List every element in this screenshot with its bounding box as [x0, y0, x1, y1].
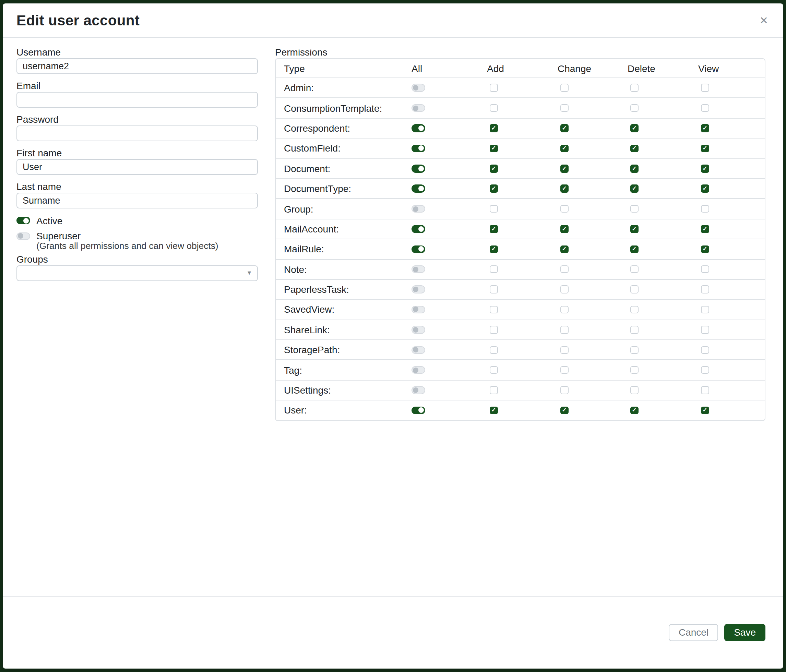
permission-view-checkbox[interactable]: ✓	[701, 406, 709, 414]
permission-change-checkbox[interactable]: ✓	[560, 225, 568, 233]
permission-view-checkbox[interactable]	[701, 104, 709, 112]
permission-delete-checkbox[interactable]: ✓	[630, 165, 638, 173]
permission-change-checkbox[interactable]	[560, 326, 568, 334]
permission-delete-checkbox[interactable]	[630, 265, 638, 273]
email-field[interactable]	[16, 91, 258, 107]
permission-add-checkbox[interactable]	[490, 386, 498, 394]
permission-add-checkbox[interactable]: ✓	[490, 185, 498, 193]
permission-add-checkbox[interactable]	[490, 104, 498, 112]
permission-change-checkbox[interactable]	[560, 84, 568, 92]
permission-delete-checkbox[interactable]	[630, 386, 638, 394]
active-toggle[interactable]	[16, 217, 30, 225]
permission-row: Admin:	[276, 77, 765, 98]
permission-all-toggle[interactable]	[412, 205, 425, 213]
permission-all-toggle[interactable]	[412, 386, 425, 394]
superuser-toggle[interactable]	[16, 232, 30, 240]
permission-view-checkbox[interactable]	[701, 205, 709, 213]
permission-delete-checkbox[interactable]: ✓	[630, 185, 638, 193]
permission-change-checkbox[interactable]: ✓	[560, 165, 568, 173]
password-field[interactable]	[16, 125, 258, 141]
permission-view-checkbox[interactable]	[701, 346, 709, 354]
permission-delete-checkbox[interactable]	[630, 346, 638, 354]
permission-change-checkbox[interactable]	[560, 306, 568, 313]
permission-all-toggle[interactable]	[412, 165, 425, 173]
permission-delete-checkbox[interactable]	[630, 205, 638, 213]
permission-add-checkbox[interactable]	[490, 286, 498, 294]
permission-view-checkbox[interactable]	[701, 326, 709, 334]
permission-add-checkbox[interactable]: ✓	[490, 165, 498, 173]
permission-view-checkbox[interactable]: ✓	[701, 245, 709, 253]
permission-delete-checkbox[interactable]: ✓	[630, 225, 638, 233]
permission-add-checkbox[interactable]	[490, 346, 498, 354]
permission-change-checkbox[interactable]: ✓	[560, 144, 568, 152]
permission-delete-checkbox[interactable]: ✓	[630, 406, 638, 414]
permission-delete-checkbox[interactable]	[630, 366, 638, 374]
toggle-knob	[413, 85, 418, 91]
permission-change-checkbox[interactable]	[560, 386, 568, 394]
permission-change-checkbox[interactable]	[560, 366, 568, 374]
permission-delete-checkbox[interactable]: ✓	[630, 144, 638, 152]
permission-delete-checkbox[interactable]	[630, 286, 638, 294]
permission-change-checkbox[interactable]: ✓	[560, 406, 568, 414]
permission-add-checkbox[interactable]: ✓	[490, 144, 498, 152]
permission-add-checkbox[interactable]: ✓	[490, 406, 498, 414]
permission-change-checkbox[interactable]	[560, 265, 568, 273]
permission-add-checkbox[interactable]	[490, 366, 498, 374]
permission-all-toggle[interactable]	[412, 245, 425, 253]
close-icon[interactable]: ✕	[758, 14, 770, 27]
username-input[interactable]	[16, 58, 258, 74]
permission-all-toggle[interactable]	[412, 124, 425, 132]
permission-view-checkbox[interactable]: ✓	[701, 225, 709, 233]
permission-delete-checkbox[interactable]	[630, 306, 638, 313]
permission-delete-checkbox[interactable]: ✓	[630, 245, 638, 253]
permission-change-checkbox[interactable]	[560, 346, 568, 354]
permission-change-checkbox[interactable]: ✓	[560, 245, 568, 253]
permission-all-toggle[interactable]	[412, 84, 425, 92]
permission-all-toggle[interactable]	[412, 104, 425, 112]
groups-select[interactable]: ▾	[16, 265, 258, 281]
permission-view-checkbox[interactable]: ✓	[701, 165, 709, 173]
permission-change-checkbox[interactable]	[560, 104, 568, 112]
permission-row: MailRule:✓✓✓✓	[276, 239, 765, 259]
first-name-field[interactable]	[16, 159, 258, 174]
permission-delete-checkbox[interactable]	[630, 104, 638, 112]
permission-view-checkbox[interactable]: ✓	[701, 144, 709, 152]
permission-all-toggle[interactable]	[412, 406, 425, 414]
save-button[interactable]: Save	[724, 624, 766, 641]
permission-all-toggle[interactable]	[412, 346, 425, 354]
permission-view-checkbox[interactable]	[701, 306, 709, 313]
permission-view-checkbox[interactable]	[701, 386, 709, 394]
permission-add-checkbox[interactable]	[490, 265, 498, 273]
permission-all-toggle[interactable]	[412, 144, 425, 152]
permission-all-toggle[interactable]	[412, 185, 425, 193]
permission-add-cell	[487, 326, 558, 334]
permission-add-checkbox[interactable]: ✓	[490, 124, 498, 132]
permission-delete-checkbox[interactable]: ✓	[630, 124, 638, 132]
permission-change-checkbox[interactable]	[560, 205, 568, 213]
permission-all-toggle[interactable]	[412, 225, 425, 233]
permission-change-checkbox[interactable]	[560, 286, 568, 294]
permission-all-toggle[interactable]	[412, 286, 425, 294]
permission-change-checkbox[interactable]: ✓	[560, 185, 568, 193]
permission-add-checkbox[interactable]	[490, 326, 498, 334]
permission-view-checkbox[interactable]: ✓	[701, 124, 709, 132]
permission-change-checkbox[interactable]: ✓	[560, 124, 568, 132]
permission-add-checkbox[interactable]	[490, 84, 498, 92]
cancel-button[interactable]: Cancel	[669, 624, 718, 641]
permission-all-toggle[interactable]	[412, 366, 425, 374]
permission-view-checkbox[interactable]	[701, 265, 709, 273]
permission-delete-checkbox[interactable]	[630, 326, 638, 334]
permission-all-toggle[interactable]	[412, 265, 425, 273]
permission-add-checkbox[interactable]: ✓	[490, 225, 498, 233]
permission-add-checkbox[interactable]	[490, 306, 498, 313]
permission-all-toggle[interactable]	[412, 306, 425, 313]
last-name-field[interactable]	[16, 192, 258, 208]
permission-all-toggle[interactable]	[412, 326, 425, 334]
permission-view-checkbox[interactable]: ✓	[701, 185, 709, 193]
permission-view-checkbox[interactable]	[701, 286, 709, 294]
permission-view-checkbox[interactable]	[701, 366, 709, 374]
permission-view-checkbox[interactable]	[701, 84, 709, 92]
permission-add-checkbox[interactable]	[490, 205, 498, 213]
permission-delete-checkbox[interactable]	[630, 84, 638, 92]
permission-add-checkbox[interactable]: ✓	[490, 245, 498, 253]
